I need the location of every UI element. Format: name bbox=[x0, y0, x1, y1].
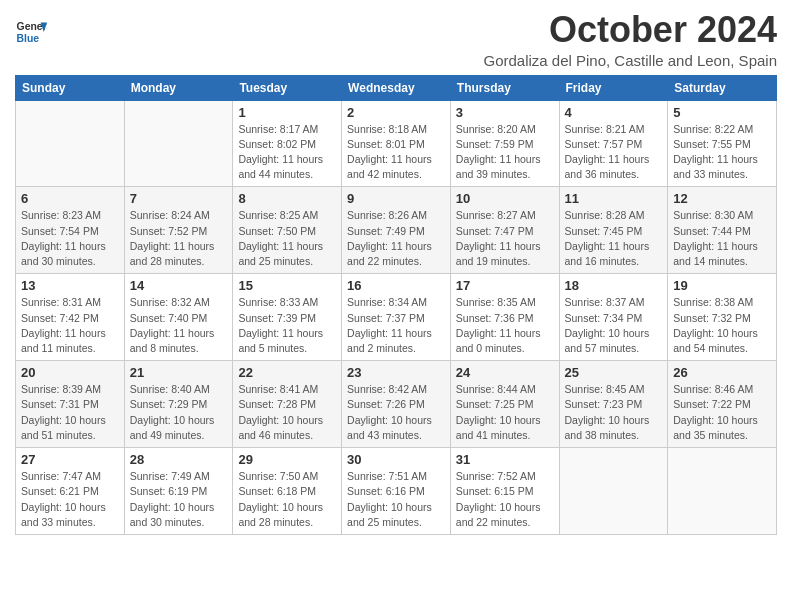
calendar-header-saturday: Saturday bbox=[668, 75, 777, 100]
calendar-cell: 13Sunrise: 8:31 AM Sunset: 7:42 PM Dayli… bbox=[16, 274, 125, 361]
day-number: 25 bbox=[565, 365, 663, 380]
calendar-cell: 28Sunrise: 7:49 AM Sunset: 6:19 PM Dayli… bbox=[124, 448, 233, 535]
calendar-week-1: 1Sunrise: 8:17 AM Sunset: 8:02 PM Daylig… bbox=[16, 100, 777, 187]
calendar-cell: 1Sunrise: 8:17 AM Sunset: 8:02 PM Daylig… bbox=[233, 100, 342, 187]
calendar-header-sunday: Sunday bbox=[16, 75, 125, 100]
day-info: Sunrise: 8:24 AM Sunset: 7:52 PM Dayligh… bbox=[130, 208, 228, 269]
day-number: 29 bbox=[238, 452, 336, 467]
title-block: October 2024 Gordaliza del Pino, Castill… bbox=[483, 10, 777, 69]
day-number: 4 bbox=[565, 105, 663, 120]
day-number: 24 bbox=[456, 365, 554, 380]
calendar-cell: 29Sunrise: 7:50 AM Sunset: 6:18 PM Dayli… bbox=[233, 448, 342, 535]
day-number: 15 bbox=[238, 278, 336, 293]
day-number: 19 bbox=[673, 278, 771, 293]
day-info: Sunrise: 8:45 AM Sunset: 7:23 PM Dayligh… bbox=[565, 382, 663, 443]
day-info: Sunrise: 8:25 AM Sunset: 7:50 PM Dayligh… bbox=[238, 208, 336, 269]
calendar-cell bbox=[668, 448, 777, 535]
day-info: Sunrise: 8:44 AM Sunset: 7:25 PM Dayligh… bbox=[456, 382, 554, 443]
calendar-cell: 20Sunrise: 8:39 AM Sunset: 7:31 PM Dayli… bbox=[16, 361, 125, 448]
day-info: Sunrise: 8:46 AM Sunset: 7:22 PM Dayligh… bbox=[673, 382, 771, 443]
calendar-cell bbox=[559, 448, 668, 535]
calendar-cell: 11Sunrise: 8:28 AM Sunset: 7:45 PM Dayli… bbox=[559, 187, 668, 274]
calendar-header-monday: Monday bbox=[124, 75, 233, 100]
svg-text:Blue: Blue bbox=[17, 33, 40, 44]
calendar-table: SundayMondayTuesdayWednesdayThursdayFrid… bbox=[15, 75, 777, 535]
calendar-header-friday: Friday bbox=[559, 75, 668, 100]
calendar-cell: 15Sunrise: 8:33 AM Sunset: 7:39 PM Dayli… bbox=[233, 274, 342, 361]
day-info: Sunrise: 8:41 AM Sunset: 7:28 PM Dayligh… bbox=[238, 382, 336, 443]
calendar-cell: 24Sunrise: 8:44 AM Sunset: 7:25 PM Dayli… bbox=[450, 361, 559, 448]
day-number: 6 bbox=[21, 191, 119, 206]
day-number: 28 bbox=[130, 452, 228, 467]
calendar-cell: 31Sunrise: 7:52 AM Sunset: 6:15 PM Dayli… bbox=[450, 448, 559, 535]
calendar-week-5: 27Sunrise: 7:47 AM Sunset: 6:21 PM Dayli… bbox=[16, 448, 777, 535]
calendar-cell: 6Sunrise: 8:23 AM Sunset: 7:54 PM Daylig… bbox=[16, 187, 125, 274]
day-info: Sunrise: 8:37 AM Sunset: 7:34 PM Dayligh… bbox=[565, 295, 663, 356]
calendar-cell: 3Sunrise: 8:20 AM Sunset: 7:59 PM Daylig… bbox=[450, 100, 559, 187]
day-info: Sunrise: 7:52 AM Sunset: 6:15 PM Dayligh… bbox=[456, 469, 554, 530]
calendar-cell: 14Sunrise: 8:32 AM Sunset: 7:40 PM Dayli… bbox=[124, 274, 233, 361]
day-info: Sunrise: 7:47 AM Sunset: 6:21 PM Dayligh… bbox=[21, 469, 119, 530]
calendar-header-thursday: Thursday bbox=[450, 75, 559, 100]
day-info: Sunrise: 7:50 AM Sunset: 6:18 PM Dayligh… bbox=[238, 469, 336, 530]
day-number: 31 bbox=[456, 452, 554, 467]
calendar-week-4: 20Sunrise: 8:39 AM Sunset: 7:31 PM Dayli… bbox=[16, 361, 777, 448]
day-info: Sunrise: 8:35 AM Sunset: 7:36 PM Dayligh… bbox=[456, 295, 554, 356]
calendar-cell: 30Sunrise: 7:51 AM Sunset: 6:16 PM Dayli… bbox=[342, 448, 451, 535]
calendar-cell: 16Sunrise: 8:34 AM Sunset: 7:37 PM Dayli… bbox=[342, 274, 451, 361]
day-info: Sunrise: 8:22 AM Sunset: 7:55 PM Dayligh… bbox=[673, 122, 771, 183]
day-info: Sunrise: 8:38 AM Sunset: 7:32 PM Dayligh… bbox=[673, 295, 771, 356]
calendar-cell: 26Sunrise: 8:46 AM Sunset: 7:22 PM Dayli… bbox=[668, 361, 777, 448]
day-number: 11 bbox=[565, 191, 663, 206]
calendar-cell bbox=[124, 100, 233, 187]
day-info: Sunrise: 8:31 AM Sunset: 7:42 PM Dayligh… bbox=[21, 295, 119, 356]
day-info: Sunrise: 8:26 AM Sunset: 7:49 PM Dayligh… bbox=[347, 208, 445, 269]
day-number: 9 bbox=[347, 191, 445, 206]
day-info: Sunrise: 8:23 AM Sunset: 7:54 PM Dayligh… bbox=[21, 208, 119, 269]
day-number: 1 bbox=[238, 105, 336, 120]
day-info: Sunrise: 8:18 AM Sunset: 8:01 PM Dayligh… bbox=[347, 122, 445, 183]
day-number: 3 bbox=[456, 105, 554, 120]
calendar-header-row: SundayMondayTuesdayWednesdayThursdayFrid… bbox=[16, 75, 777, 100]
day-info: Sunrise: 8:21 AM Sunset: 7:57 PM Dayligh… bbox=[565, 122, 663, 183]
day-info: Sunrise: 8:27 AM Sunset: 7:47 PM Dayligh… bbox=[456, 208, 554, 269]
day-info: Sunrise: 8:28 AM Sunset: 7:45 PM Dayligh… bbox=[565, 208, 663, 269]
calendar-cell: 12Sunrise: 8:30 AM Sunset: 7:44 PM Dayli… bbox=[668, 187, 777, 274]
day-number: 21 bbox=[130, 365, 228, 380]
calendar-cell: 9Sunrise: 8:26 AM Sunset: 7:49 PM Daylig… bbox=[342, 187, 451, 274]
day-info: Sunrise: 8:42 AM Sunset: 7:26 PM Dayligh… bbox=[347, 382, 445, 443]
day-info: Sunrise: 8:39 AM Sunset: 7:31 PM Dayligh… bbox=[21, 382, 119, 443]
day-info: Sunrise: 8:33 AM Sunset: 7:39 PM Dayligh… bbox=[238, 295, 336, 356]
day-info: Sunrise: 8:30 AM Sunset: 7:44 PM Dayligh… bbox=[673, 208, 771, 269]
calendar-cell: 10Sunrise: 8:27 AM Sunset: 7:47 PM Dayli… bbox=[450, 187, 559, 274]
day-number: 22 bbox=[238, 365, 336, 380]
day-info: Sunrise: 8:17 AM Sunset: 8:02 PM Dayligh… bbox=[238, 122, 336, 183]
calendar-cell: 17Sunrise: 8:35 AM Sunset: 7:36 PM Dayli… bbox=[450, 274, 559, 361]
day-info: Sunrise: 8:32 AM Sunset: 7:40 PM Dayligh… bbox=[130, 295, 228, 356]
day-number: 7 bbox=[130, 191, 228, 206]
calendar-cell: 19Sunrise: 8:38 AM Sunset: 7:32 PM Dayli… bbox=[668, 274, 777, 361]
calendar-cell: 22Sunrise: 8:41 AM Sunset: 7:28 PM Dayli… bbox=[233, 361, 342, 448]
calendar-cell: 27Sunrise: 7:47 AM Sunset: 6:21 PM Dayli… bbox=[16, 448, 125, 535]
day-number: 13 bbox=[21, 278, 119, 293]
day-info: Sunrise: 8:20 AM Sunset: 7:59 PM Dayligh… bbox=[456, 122, 554, 183]
calendar-cell: 2Sunrise: 8:18 AM Sunset: 8:01 PM Daylig… bbox=[342, 100, 451, 187]
day-number: 12 bbox=[673, 191, 771, 206]
calendar-cell: 18Sunrise: 8:37 AM Sunset: 7:34 PM Dayli… bbox=[559, 274, 668, 361]
page-header: General Blue October 2024 Gordaliza del … bbox=[15, 10, 777, 69]
day-number: 14 bbox=[130, 278, 228, 293]
day-number: 17 bbox=[456, 278, 554, 293]
logo: General Blue bbox=[15, 16, 47, 48]
logo-icon: General Blue bbox=[15, 16, 47, 48]
day-info: Sunrise: 8:40 AM Sunset: 7:29 PM Dayligh… bbox=[130, 382, 228, 443]
calendar-cell: 21Sunrise: 8:40 AM Sunset: 7:29 PM Dayli… bbox=[124, 361, 233, 448]
location-subtitle: Gordaliza del Pino, Castille and Leon, S… bbox=[483, 52, 777, 69]
day-number: 30 bbox=[347, 452, 445, 467]
calendar-cell: 5Sunrise: 8:22 AM Sunset: 7:55 PM Daylig… bbox=[668, 100, 777, 187]
day-number: 23 bbox=[347, 365, 445, 380]
calendar-cell: 8Sunrise: 8:25 AM Sunset: 7:50 PM Daylig… bbox=[233, 187, 342, 274]
calendar-cell bbox=[16, 100, 125, 187]
day-number: 20 bbox=[21, 365, 119, 380]
day-number: 5 bbox=[673, 105, 771, 120]
day-number: 2 bbox=[347, 105, 445, 120]
